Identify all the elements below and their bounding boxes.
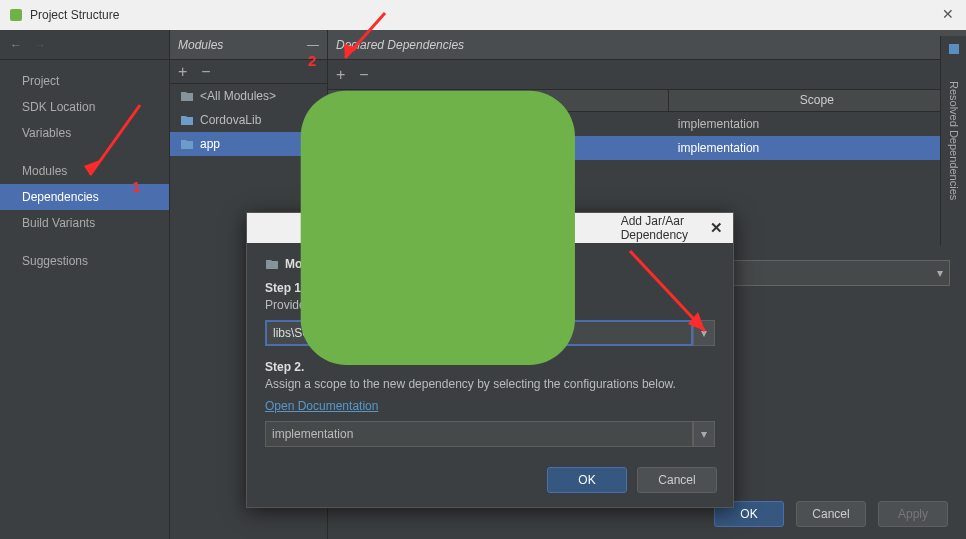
sidebar-item-sdk-location[interactable]: SDK Location (0, 94, 169, 120)
modules-title: Modules (178, 38, 223, 52)
sidebar-item-modules[interactable]: Modules (0, 158, 169, 184)
sidebar-item-project[interactable]: Project (0, 68, 169, 94)
svg-rect-2 (301, 91, 575, 365)
add-jar-dialog: Add Jar/Aar Dependency ✕ Module 'app' St… (246, 212, 734, 508)
add-module-icon[interactable]: + (178, 63, 187, 81)
remove-module-icon[interactable]: − (201, 63, 210, 81)
cancel-button[interactable]: Cancel (796, 501, 866, 527)
sidebar-item-variables[interactable]: Variables (0, 120, 169, 146)
svg-rect-1 (949, 44, 959, 54)
sidebar-item-build-variants[interactable]: Build Variants (0, 210, 169, 236)
annotation-1: 1 (132, 178, 140, 195)
svg-rect-0 (10, 9, 22, 21)
close-icon[interactable]: ✕ (942, 6, 954, 22)
forward-arrow-icon[interactable]: → (34, 38, 46, 52)
resolved-deps-tab[interactable]: Resolved Dependencies (940, 36, 966, 246)
chevron-down-icon: ▾ (937, 266, 943, 280)
sidebar-item-suggestions[interactable]: Suggestions (0, 248, 169, 274)
sidebar-item-dependencies[interactable]: Dependencies (0, 184, 169, 210)
left-sidebar: ← → Project SDK Location Variables Modul… (0, 30, 170, 539)
folder-icon (180, 113, 194, 127)
android-studio-icon (8, 7, 24, 23)
close-icon[interactable]: ✕ (710, 219, 723, 237)
window-title: Project Structure (30, 8, 119, 22)
dialog-cancel-button[interactable]: Cancel (637, 467, 717, 493)
path-dropdown-icon[interactable]: ▾ (693, 320, 715, 346)
window-titlebar: Project Structure ✕ (0, 0, 966, 30)
apply-button[interactable]: Apply (878, 501, 948, 527)
back-arrow-icon[interactable]: ← (10, 38, 22, 52)
folder-icon (180, 137, 194, 151)
cube-icon (947, 42, 961, 56)
scope-select[interactable]: implementation (265, 421, 693, 447)
scope-dropdown-icon[interactable]: ▾ (693, 421, 715, 447)
folder-icon (180, 89, 194, 103)
col-scope: Scope (669, 90, 966, 111)
dialog-ok-button[interactable]: OK (547, 467, 627, 493)
android-studio-icon (255, 45, 621, 411)
